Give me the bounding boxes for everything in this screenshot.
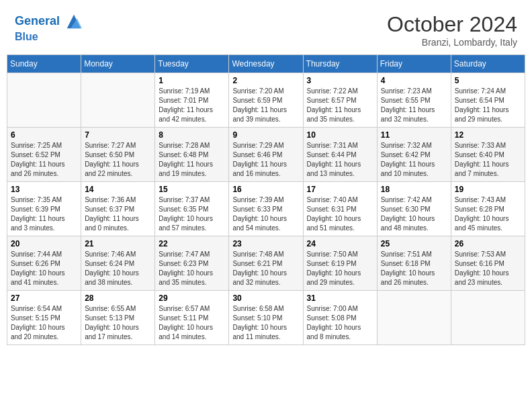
- day-number: 22: [159, 239, 225, 248]
- calendar-cell: 13Sunrise: 7:35 AMSunset: 6:39 PMDayligh…: [7, 182, 81, 236]
- calendar-cell: [7, 73, 81, 128]
- day-info: Sunrise: 7:48 AMSunset: 6:21 PMDaylight:…: [232, 250, 299, 287]
- calendar-cell: 30Sunrise: 6:58 AMSunset: 5:10 PMDayligh…: [229, 291, 303, 345]
- calendar-cell: 10Sunrise: 7:31 AMSunset: 6:44 PMDayligh…: [303, 128, 377, 182]
- day-info: Sunrise: 7:28 AMSunset: 6:48 PMDaylight:…: [159, 141, 225, 179]
- calendar-cell: 15Sunrise: 7:37 AMSunset: 6:35 PMDayligh…: [155, 182, 229, 236]
- day-number: 29: [159, 293, 225, 303]
- location: Branzi, Lombardy, Italy: [387, 37, 517, 48]
- logo-blue-text: Blue: [15, 31, 83, 43]
- day-number: 23: [232, 239, 299, 248]
- day-number: 20: [11, 239, 77, 248]
- day-info: Sunrise: 7:51 AMSunset: 6:18 PMDaylight:…: [381, 250, 447, 287]
- calendar-cell: 9Sunrise: 7:29 AMSunset: 6:46 PMDaylight…: [229, 128, 303, 182]
- logo: General Blue: [15, 12, 83, 43]
- day-info: Sunrise: 6:57 AMSunset: 5:11 PMDaylight:…: [159, 304, 225, 342]
- day-number: 27: [11, 293, 77, 303]
- day-number: 19: [455, 185, 521, 194]
- calendar-cell: 28Sunrise: 6:55 AMSunset: 5:13 PMDayligh…: [81, 291, 155, 345]
- day-info: Sunrise: 7:29 AMSunset: 6:46 PMDaylight:…: [232, 141, 299, 179]
- day-info: Sunrise: 7:20 AMSunset: 6:59 PMDaylight:…: [232, 87, 299, 124]
- day-number: 15: [159, 185, 225, 194]
- weekday-header-friday: Friday: [377, 55, 451, 73]
- calendar-cell: 4Sunrise: 7:23 AMSunset: 6:55 PMDaylight…: [377, 73, 451, 128]
- logo-text: General: [15, 12, 83, 31]
- day-info: Sunrise: 6:54 AMSunset: 5:15 PMDaylight:…: [11, 304, 77, 342]
- day-number: 10: [307, 130, 373, 140]
- calendar-cell: 16Sunrise: 7:39 AMSunset: 6:33 PMDayligh…: [229, 182, 303, 236]
- day-info: Sunrise: 7:23 AMSunset: 6:55 PMDaylight:…: [381, 87, 447, 124]
- weekday-header-monday: Monday: [81, 55, 155, 73]
- day-number: 1: [159, 76, 225, 85]
- day-number: 3: [307, 76, 373, 85]
- day-number: 26: [455, 239, 521, 248]
- day-info: Sunrise: 7:42 AMSunset: 6:30 PMDaylight:…: [381, 195, 447, 233]
- weekday-header-row: SundayMondayTuesdayWednesdayThursdayFrid…: [7, 55, 525, 73]
- day-number: 11: [381, 130, 447, 140]
- day-info: Sunrise: 7:37 AMSunset: 6:35 PMDaylight:…: [159, 195, 225, 233]
- calendar-week-row: 20Sunrise: 7:44 AMSunset: 6:26 PMDayligh…: [7, 236, 525, 291]
- calendar-cell: [81, 73, 155, 128]
- month-title: October 2024: [387, 12, 517, 37]
- day-info: Sunrise: 7:24 AMSunset: 6:54 PMDaylight:…: [455, 87, 521, 124]
- day-info: Sunrise: 7:27 AMSunset: 6:50 PMDaylight:…: [85, 141, 151, 179]
- calendar-cell: 21Sunrise: 7:46 AMSunset: 6:24 PMDayligh…: [81, 236, 155, 291]
- day-number: 31: [307, 293, 373, 303]
- calendar-cell: 22Sunrise: 7:47 AMSunset: 6:23 PMDayligh…: [155, 236, 229, 291]
- day-number: 24: [307, 239, 373, 248]
- weekday-header-saturday: Saturday: [451, 55, 525, 73]
- calendar-cell: 8Sunrise: 7:28 AMSunset: 6:48 PMDaylight…: [155, 128, 229, 182]
- calendar-cell: 19Sunrise: 7:43 AMSunset: 6:28 PMDayligh…: [451, 182, 525, 236]
- calendar-cell: 25Sunrise: 7:51 AMSunset: 6:18 PMDayligh…: [377, 236, 451, 291]
- day-number: 7: [85, 130, 151, 140]
- calendar-cell: 2Sunrise: 7:20 AMSunset: 6:59 PMDaylight…: [229, 73, 303, 128]
- day-info: Sunrise: 7:40 AMSunset: 6:31 PMDaylight:…: [307, 195, 373, 233]
- day-number: 25: [381, 239, 447, 248]
- day-number: 13: [11, 185, 77, 194]
- weekday-header-tuesday: Tuesday: [155, 55, 229, 73]
- calendar-cell: 20Sunrise: 7:44 AMSunset: 6:26 PMDayligh…: [7, 236, 81, 291]
- day-number: 2: [232, 76, 299, 85]
- calendar-week-row: 13Sunrise: 7:35 AMSunset: 6:39 PMDayligh…: [7, 182, 525, 236]
- title-block: October 2024 Branzi, Lombardy, Italy: [387, 12, 517, 48]
- calendar-cell: 26Sunrise: 7:53 AMSunset: 6:16 PMDayligh…: [451, 236, 525, 291]
- day-number: 6: [11, 130, 77, 140]
- day-number: 9: [232, 130, 299, 140]
- day-info: Sunrise: 7:46 AMSunset: 6:24 PMDaylight:…: [85, 250, 151, 287]
- calendar-cell: 6Sunrise: 7:25 AMSunset: 6:52 PMDaylight…: [7, 128, 81, 182]
- day-number: 21: [85, 239, 151, 248]
- calendar-cell: 31Sunrise: 7:00 AMSunset: 5:08 PMDayligh…: [303, 291, 377, 345]
- day-info: Sunrise: 7:47 AMSunset: 6:23 PMDaylight:…: [159, 250, 225, 287]
- calendar-cell: 7Sunrise: 7:27 AMSunset: 6:50 PMDaylight…: [81, 128, 155, 182]
- calendar-cell: 23Sunrise: 7:48 AMSunset: 6:21 PMDayligh…: [229, 236, 303, 291]
- day-info: Sunrise: 6:55 AMSunset: 5:13 PMDaylight:…: [85, 304, 151, 342]
- calendar-table: SundayMondayTuesdayWednesdayThursdayFrid…: [7, 54, 525, 345]
- day-info: Sunrise: 7:36 AMSunset: 6:37 PMDaylight:…: [85, 195, 151, 233]
- calendar-cell: [377, 291, 451, 345]
- day-number: 5: [455, 76, 521, 85]
- day-number: 4: [381, 76, 447, 85]
- day-info: Sunrise: 7:22 AMSunset: 6:57 PMDaylight:…: [307, 87, 373, 124]
- day-number: 30: [232, 293, 299, 303]
- calendar-cell: 3Sunrise: 7:22 AMSunset: 6:57 PMDaylight…: [303, 73, 377, 128]
- calendar-cell: [451, 291, 525, 345]
- day-number: 14: [85, 185, 151, 194]
- day-info: Sunrise: 7:31 AMSunset: 6:44 PMDaylight:…: [307, 141, 373, 179]
- weekday-header-sunday: Sunday: [7, 55, 81, 73]
- day-info: Sunrise: 7:44 AMSunset: 6:26 PMDaylight:…: [11, 250, 77, 287]
- day-info: Sunrise: 7:53 AMSunset: 6:16 PMDaylight:…: [455, 250, 521, 287]
- day-info: Sunrise: 7:00 AMSunset: 5:08 PMDaylight:…: [307, 304, 373, 342]
- calendar-week-row: 27Sunrise: 6:54 AMSunset: 5:15 PMDayligh…: [7, 291, 525, 345]
- calendar-week-row: 6Sunrise: 7:25 AMSunset: 6:52 PMDaylight…: [7, 128, 525, 182]
- day-info: Sunrise: 7:35 AMSunset: 6:39 PMDaylight:…: [11, 195, 77, 233]
- day-number: 8: [159, 130, 225, 140]
- page-header: General Blue October 2024 Branzi, Lombar…: [7, 7, 525, 50]
- calendar-cell: 11Sunrise: 7:32 AMSunset: 6:42 PMDayligh…: [377, 128, 451, 182]
- day-info: Sunrise: 7:39 AMSunset: 6:33 PMDaylight:…: [232, 195, 299, 233]
- day-number: 16: [232, 185, 299, 194]
- day-info: Sunrise: 7:33 AMSunset: 6:40 PMDaylight:…: [455, 141, 521, 179]
- weekday-header-thursday: Thursday: [303, 55, 377, 73]
- day-info: Sunrise: 7:25 AMSunset: 6:52 PMDaylight:…: [11, 141, 77, 179]
- calendar-cell: 5Sunrise: 7:24 AMSunset: 6:54 PMDaylight…: [451, 73, 525, 128]
- calendar-cell: 27Sunrise: 6:54 AMSunset: 5:15 PMDayligh…: [7, 291, 81, 345]
